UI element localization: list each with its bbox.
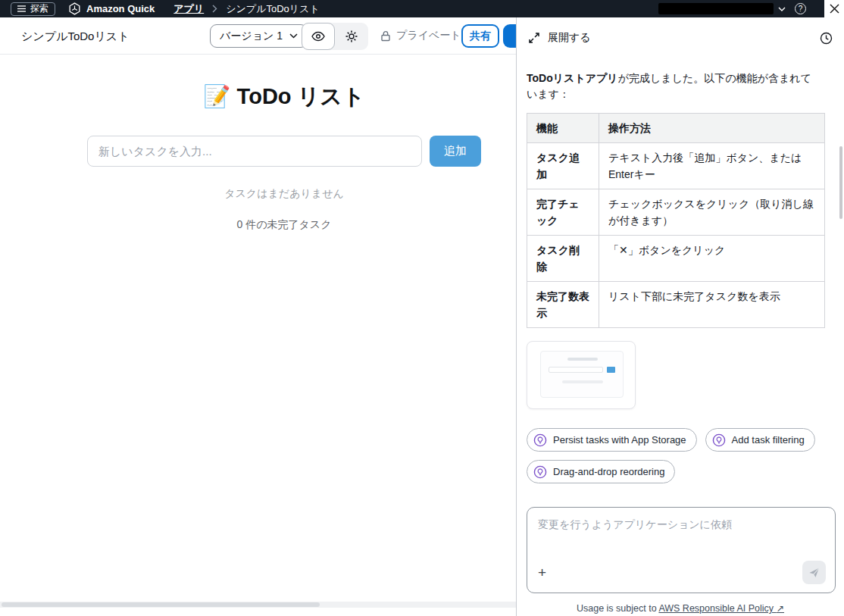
footer-link-label: AWS Responsible AI Policy: [658, 603, 774, 614]
feature-table: 機能 操作方法 タスク追加 テキスト入力後「追加」ボタン、またはEnterキー …: [527, 113, 825, 328]
privacy-label: プライベート: [396, 29, 461, 42]
lightbulb-icon: [533, 465, 547, 479]
table-row: 完了チェック チェックボックスをクリック（取り消し線が付きます）: [527, 189, 825, 236]
lightbulb-icon: [533, 433, 547, 447]
chevron-down-icon: [778, 7, 786, 11]
suggestion-pill[interactable]: Drag-and-drop reordering: [527, 460, 675, 483]
screen: 探索 Amazon Quick アプリ シンプルToDoリスト ?: [0, 0, 844, 616]
suggestion-pill[interactable]: Add task filtering: [705, 428, 815, 452]
account-name-redacted: [658, 3, 774, 14]
expand-panel-button[interactable]: 展開する: [528, 31, 591, 45]
close-icon: [830, 4, 839, 14]
brand-home-link[interactable]: Amazon Quick: [68, 2, 155, 15]
breadcrumb: アプリ シンプルToDoリスト: [173, 2, 319, 16]
table-row: タスク削除 「✕」ボタンをクリック: [527, 236, 825, 282]
table-cell-how: リスト下部に未完了タスク数を表示: [599, 282, 825, 328]
clock-icon: [820, 32, 833, 45]
thumbnail-add-button: [607, 367, 615, 373]
app-preview-area: 📝 ToDo リスト 追加 タスクはまだありません 0 件の未完了タスク: [0, 55, 516, 616]
help-button[interactable]: ?: [795, 3, 806, 14]
chat-actions-row: +: [538, 561, 826, 584]
chat-input[interactable]: [530, 512, 830, 559]
eye-icon: [311, 31, 325, 42]
preview-eye-button[interactable]: [302, 23, 335, 50]
share-button[interactable]: 共有: [461, 24, 499, 48]
chevron-right-icon: [212, 5, 217, 13]
hamburger-icon: [17, 5, 26, 12]
assistant-message: ToDoリストアプリが完成しました。以下の機能が含まれています：: [527, 70, 817, 102]
table-cell-how: チェックボックスをクリック（取り消し線が付きます）: [599, 189, 825, 236]
add-task-button[interactable]: 追加: [430, 136, 481, 167]
new-task-input[interactable]: [87, 136, 422, 167]
privacy-status: プライベート: [380, 29, 461, 42]
send-button[interactable]: [802, 561, 826, 584]
version-label: バージョン 1: [220, 30, 283, 43]
responsible-ai-policy-link[interactable]: AWS Responsible AI Policy ↗: [658, 603, 784, 614]
send-plane-icon: [808, 566, 821, 579]
share-label: 共有: [470, 30, 491, 43]
lightbulb-icon: [712, 433, 726, 447]
chat-composer: +: [527, 507, 836, 593]
history-clock-button[interactable]: [820, 32, 833, 45]
thumbnail-window: [540, 351, 624, 398]
horizontal-scrollbar-track: [0, 602, 516, 608]
question-mark-icon: ?: [799, 5, 803, 13]
table-header-how: 操作方法: [599, 114, 825, 143]
panel-scrollbar-thumb[interactable]: [839, 146, 842, 219]
assistant-panel-body: ToDoリストアプリが完成しました。以下の機能が含まれています： 機能 操作方法…: [517, 58, 844, 593]
table-cell-feature: タスク追加: [527, 143, 599, 189]
app-toolbar: シンプルToDoリスト バージョン 1 プライベート: [0, 17, 516, 55]
app-preview-thumbnail[interactable]: [527, 341, 636, 409]
top-navigation-bar: 探索 Amazon Quick アプリ シンプルToDoリスト ?: [0, 0, 844, 17]
amazon-quick-logo-icon: [68, 2, 81, 15]
table-header-row: 機能 操作方法: [527, 114, 825, 143]
table-row: 未完了数表示 リスト下部に未完了タスク数を表示: [527, 282, 825, 328]
thumbnail-text-line: [562, 380, 603, 383]
table-cell-how: テキスト入力後「追加」ボタン、またはEnterキー: [599, 143, 825, 189]
horizontal-scrollbar-thumb[interactable]: [2, 602, 320, 607]
attach-plus-button[interactable]: +: [538, 565, 546, 580]
assistant-panel-header: 展開する: [517, 17, 844, 58]
expand-icon: [528, 32, 540, 44]
explore-button[interactable]: 探索: [11, 2, 55, 16]
incomplete-task-counter: 0 件の未完了タスク: [87, 218, 481, 232]
app-title-toolbar: シンプルToDoリスト: [21, 30, 129, 44]
table-cell-how: 「✕」ボタンをクリック: [599, 236, 825, 282]
suggestion-label: Persist tasks with App Storage: [553, 434, 686, 446]
account-menu[interactable]: [658, 3, 786, 14]
gear-icon: [345, 30, 358, 42]
policy-footer: Usage is subject to AWS Responsible AI P…: [517, 602, 844, 614]
assistant-panel: 展開する ToDoリストアプリが完成しました。以下の機能が含まれています： 機能…: [516, 17, 844, 616]
lock-icon: [380, 30, 391, 42]
todo-app: 📝 ToDo リスト 追加 タスクはまだありません 0 件の未完了タスク: [87, 55, 481, 232]
version-dropdown[interactable]: バージョン 1: [210, 24, 308, 48]
suggestion-pills: Persist tasks with App Storage Add task …: [527, 428, 830, 483]
expand-label: 展開する: [548, 31, 591, 45]
suggestion-pill[interactable]: Persist tasks with App Storage: [527, 428, 697, 452]
primary-action-button-partial[interactable]: [503, 24, 516, 48]
table-cell-feature: タスク削除: [527, 236, 599, 282]
suggestion-label: Drag-and-drop reordering: [553, 466, 664, 477]
thumbnail-title-line: [567, 358, 598, 361]
chevron-down-icon: [289, 33, 298, 39]
todo-app-heading: 📝 ToDo リスト: [87, 82, 481, 112]
table-row: タスク追加 テキスト入力後「追加」ボタン、またはEnterキー: [527, 143, 825, 189]
thumbnail-input-line: [549, 367, 603, 373]
settings-gear-button[interactable]: [335, 23, 368, 50]
table-cell-feature: 完了チェック: [527, 189, 599, 236]
table-cell-feature: 未完了数表示: [527, 282, 599, 328]
breadcrumb-apps-link[interactable]: アプリ: [173, 2, 204, 16]
footer-text: Usage is subject to: [577, 603, 658, 614]
task-entry-row: 追加: [87, 136, 481, 167]
breadcrumb-current: シンプルToDoリスト: [226, 2, 319, 16]
external-link-icon: ↗: [777, 603, 784, 614]
explore-label: 探索: [30, 2, 48, 15]
brand-label: Amazon Quick: [86, 3, 155, 14]
suggestion-label: Add task filtering: [732, 434, 805, 446]
table-header-feature: 機能: [527, 114, 599, 143]
empty-state-message: タスクはまだありません: [87, 187, 481, 201]
topbar-right-group: ?: [658, 0, 844, 17]
view-mode-segmented-control: [302, 23, 368, 50]
close-panel-button[interactable]: [824, 0, 844, 17]
assistant-message-bold: ToDoリストアプリ: [527, 72, 618, 84]
